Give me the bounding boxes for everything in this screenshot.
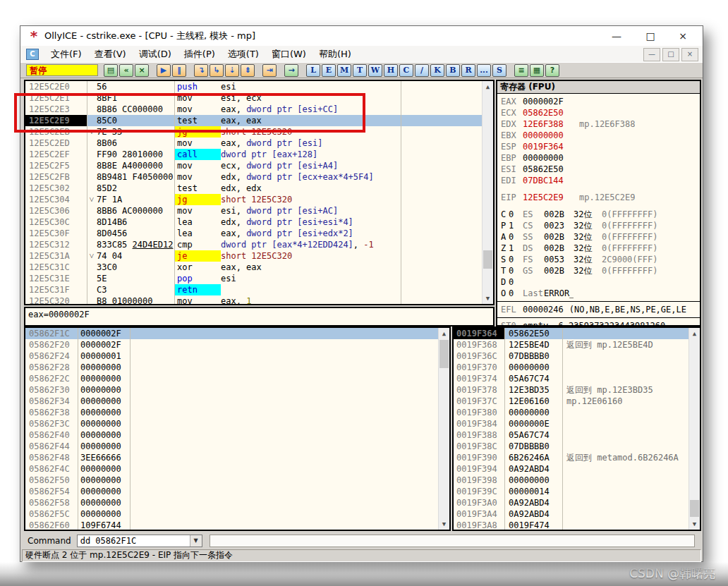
scroll-down-arrow[interactable]: ▼ [439,518,449,530]
menu-item-d[interactable]: 调试(D) [133,47,178,62]
stack-row[interactable]: 0019F38000000000 [454,407,700,418]
disassembly-scrollbar[interactable]: ▲ ▼ [482,81,493,304]
stack-row[interactable]: 0019F36C07DBBBB0 [454,350,700,362]
register-row[interactable]: EAX0000002F [497,96,700,107]
st0-row[interactable]: ST0 empty -6.2359373223443981260 [497,320,700,326]
stack-row[interactable]: 0019F36812E5BE4D返回到 mp.12E5BE4D [454,339,700,350]
dump-row[interactable]: 05862F2400000001 [25,350,449,362]
disasm-row[interactable]: 12E5C30F8D0456leaeax, dword ptr [esi+edx… [25,228,493,239]
stack-row[interactable]: 0019F3906B26246A返回到 metamod.6B26246A [454,452,700,463]
command-input[interactable] [78,536,190,546]
scrollbar-thumb[interactable] [439,340,449,368]
menu-item-h[interactable]: 帮助(H) [313,47,358,62]
flag-row[interactable]: P1CS002332位0(FFFFFFFF) [497,220,700,231]
scrollbar-thumb[interactable] [690,500,699,517]
registers-pane[interactable]: 寄存器 (FPU) EAX0000002FECX05862E50EDX12E6F… [496,80,701,326]
stack-row[interactable]: 0019F38C07DBBBB0 [454,441,700,452]
menu-item-t[interactable]: 选项(T) [222,47,265,62]
disasm-row[interactable]: 12E5C30285D2testedx, edx [25,183,493,194]
command-combobox[interactable]: ▼ [77,535,202,547]
dump-row[interactable]: 05862F60109F6744 [25,520,449,531]
stack-row[interactable]: 0019F37812E3BD35返回到 mp.12E3BD35 [454,384,700,396]
dump-row[interactable]: 05862F483EE66666 [25,452,449,463]
dump-row[interactable]: 05862F200000002F [25,339,449,350]
mdi-minimize-button[interactable]: — [643,48,660,61]
column-divider[interactable] [562,328,563,530]
dump-row[interactable]: 05862F3C00000000 [25,418,449,429]
dump-row[interactable]: 05862F5000000000 [25,475,449,486]
menu-item-w[interactable]: 窗口(W) [265,47,313,62]
efl-row[interactable]: EFL 00000246 (NO,NB,E,BE,NS,PE,GE,LE [497,304,700,315]
stack-row[interactable]: 0019F3940A92ABD4 [454,463,700,475]
stack-row[interactable]: 0019F39C00000014 [454,486,700,497]
disasm-row[interactable]: 12E5C31E5Epopesi [25,273,493,284]
register-row[interactable]: ESI05862E50 [497,164,700,175]
pane-button-source[interactable]: S [492,64,506,77]
flag-row[interactable]: D0 [497,276,700,288]
flag-row[interactable]: T0GS002B32位0(FFFFFFFF) [497,265,700,276]
pause-button[interactable]: ‖ [172,64,186,77]
menu-item-f[interactable]: 文件(F) [44,47,88,62]
step-over-button[interactable]: ↳ [210,64,224,77]
column-divider[interactable] [401,81,401,304]
dump-row[interactable]: 05862F5800000000 [25,497,449,508]
dump-row[interactable]: 05862F1C0000002F [25,328,449,339]
stack-row[interactable]: 0019F37000000000 [454,362,700,373]
restart-button[interactable]: « [119,64,133,77]
disasm-row[interactable]: 12E5C31A˅74 04jeshort 12E5C320 [25,250,493,262]
flag-row[interactable]: Z1DS002B32位0(FFFFFFFF) [497,243,700,254]
animate-over-button[interactable]: ⇟ [241,64,255,77]
disasm-row[interactable]: 12E5C31C33C0xoreax, eax [25,262,493,273]
flag-row[interactable]: S0FS005332位2C9000(FFF) [497,254,700,265]
dump-row[interactable]: 05862F2800000000 [25,362,449,373]
disasm-row[interactable]: 12E5C2FB8B9481 F4050000movedx, dword ptr… [25,171,493,183]
menu-item-v[interactable]: 查看(V) [88,47,133,62]
column-divider[interactable] [130,328,131,530]
close-button[interactable]: × [667,26,698,46]
disasm-row[interactable]: 12E5C2EFFF90 28010000calldword ptr [eax+… [25,149,493,160]
scroll-up-arrow[interactable]: ▲ [439,328,449,339]
disasm-row[interactable]: 12E5C2F58B8E A4000000movecx, dword ptr [… [25,160,493,171]
flag-row[interactable]: C0ES002B32位0(FFFFFFFF) [497,209,700,220]
disasm-row[interactable]: 12E5C304˅7F 1Ajgshort 12E5C320 [25,194,493,205]
dump-row[interactable]: 05862F3000000000 [25,384,449,396]
disasm-row[interactable]: 12E5C30C8D14B6leaedx, dword ptr [esi+esi… [25,216,493,228]
pane-button-windows[interactable]: W [368,64,382,77]
pane-button-handles[interactable]: H [384,64,398,77]
open-file-button[interactable]: ▤ [104,64,118,77]
cpu-window-icon[interactable]: C [26,49,39,60]
disasm-row[interactable]: 12E5C2ED8B06moveax, dword ptr [esi] [25,138,493,149]
scroll-down-arrow[interactable]: ▼ [689,518,700,530]
help-button[interactable]: ? [545,64,559,77]
column-divider[interactable] [78,328,78,530]
scroll-down-arrow[interactable]: ▼ [483,293,493,304]
windows-list-button[interactable]: ≡ [514,64,528,77]
dump-row[interactable]: 05862F4400000000 [25,441,449,452]
mdi-restore-button[interactable]: □ [662,48,679,61]
stack-row[interactable]: 0019F38805A67C74 [454,429,700,441]
flag-row[interactable]: O0LastErrERROR_SUCCESS (00000000 [497,288,700,299]
stack-row[interactable]: 0019F3840000000E [454,418,700,429]
pane-button-breakpoints[interactable]: B [446,64,460,77]
stack-row[interactable]: 0019F37405A67C74 [454,373,700,384]
run-button[interactable]: ▶ [157,64,171,77]
scroll-up-arrow[interactable]: ▲ [689,328,700,339]
pane-button-memory[interactable]: M [337,64,351,77]
scroll-up-arrow[interactable]: ▲ [483,81,493,92]
maximize-button[interactable]: □ [635,26,666,46]
memory-dump-pane[interactable]: 05862F1C0000002F05862F200000002F05862F24… [24,326,451,531]
stack-pane[interactable]: 0019F36405862E500019F36812E5BE4D返回到 mp.1… [452,326,701,531]
pane-button-runtrace[interactable]: ... [477,64,491,77]
register-row[interactable]: EDI07DBC144 [497,175,700,186]
register-row[interactable]: ECX05862E50 [497,107,700,118]
pane-button-executable[interactable]: E [322,64,336,77]
until-return-button[interactable]: ⇥ [262,64,277,77]
title-bar[interactable]: * OllyICE - cstrike.exe - [CPU - 主线程, 模块… [20,26,703,46]
stack-row[interactable]: 0019F3A80019F474 [454,520,700,531]
register-row[interactable]: EBX00000000 [497,130,700,141]
flag-row[interactable]: A0SS002B32位0(FFFFFFFF) [497,231,700,243]
register-row[interactable]: ESP0019F364 [497,141,700,152]
disasm-row[interactable]: 12E5C320B8 01000000moveax, 1 [25,295,493,305]
dump-scrollbar[interactable]: ▲ ▼ [438,328,449,530]
eip-register-row[interactable]: EIP12E5C2E9mp.12E5C2E9 [497,192,700,203]
